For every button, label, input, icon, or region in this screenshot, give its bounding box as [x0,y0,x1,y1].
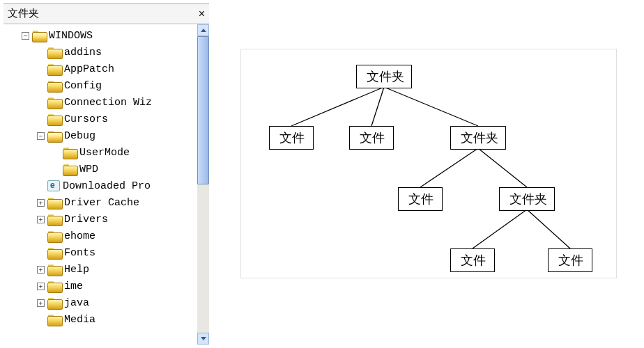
tree-item[interactable]: Downloaded Pro [6,177,197,194]
tree-item-label: WPD [79,164,98,175]
diagram-node: 文件 [398,187,443,211]
tree-item-label: Connection Wiz [64,97,152,109]
tree-item-label: Fonts [64,247,95,259]
scroll-thumb[interactable] [197,36,209,184]
tree-item[interactable]: +Help [6,261,197,278]
tree-item-label: java [64,297,89,309]
tree-item[interactable]: +Driver Cache [6,194,197,211]
tree-item[interactable]: WPD [6,161,197,177]
tree-item[interactable]: Fonts [6,244,197,261]
ie-page-icon [47,180,60,191]
svg-line-5 [473,209,527,248]
expand-icon[interactable]: + [37,299,45,307]
svg-line-6 [527,209,570,248]
expand-icon[interactable]: + [37,283,45,290]
scroll-up-button[interactable] [197,24,209,36]
diagram-node: 文件夹 [356,65,412,88]
folder-icon [47,214,61,225]
tree-item[interactable]: Cursors [6,111,197,127]
tree-body: −WINDOWSaddinsAppPatchConfigConnection W… [3,24,209,345]
tree-diagram: 文件夹文件文件文件夹文件文件夹文件文件 [240,49,617,278]
tree-item[interactable]: +java [6,294,197,311]
tree-item[interactable]: Config [6,77,197,94]
folder-tree-panel: 文件夹 × −WINDOWSaddinsAppPatchConfigConnec… [3,3,209,345]
scroll-down-button[interactable] [197,333,209,345]
chevron-up-icon [201,29,206,32]
diagram-edges [241,49,618,279]
diagram-node: 文件 [349,126,394,150]
folder-icon [47,81,61,91]
expand-icon[interactable]: + [37,216,45,223]
tree-item-label: Help [64,264,89,276]
folder-open-icon [32,31,46,41]
panel-title: 文件夹 [8,7,39,20]
tree-item-label: Cursors [64,113,108,125]
folder-icon [47,64,61,74]
tree-item[interactable]: +Drivers [6,211,197,228]
tree-item-label: Drivers [64,214,108,226]
scrollbar[interactable] [197,24,209,345]
panel-header: 文件夹 × [3,4,209,24]
chevron-down-icon [201,337,206,340]
tree-item[interactable]: AppPatch [6,61,197,77]
tree-item-label: ime [64,280,83,292]
close-icon[interactable]: × [199,8,205,20]
tree-item-label: Media [64,314,95,326]
tree-item[interactable]: Media [6,311,197,328]
tree-item-label: AppPatch [64,63,114,75]
collapse-icon[interactable]: − [37,132,45,140]
tree-item-label: ehome [64,230,95,242]
collapse-icon[interactable]: − [22,32,29,40]
tree-item[interactable]: −WINDOWS [6,27,197,44]
svg-line-3 [420,148,478,187]
folder-icon [63,148,77,158]
tree-item[interactable]: addins [6,44,197,61]
tree-item[interactable]: ehome [6,228,197,244]
folder-icon [47,198,61,208]
tree-item-label: Config [64,80,102,92]
diagram-node: 文件 [450,248,495,272]
tree-scroll[interactable]: −WINDOWSaddinsAppPatchConfigConnection W… [3,24,197,345]
tree-item-label: UserMode [79,147,130,159]
tree-item[interactable]: −Debug [6,127,197,144]
folder-open-icon [47,131,61,141]
folder-icon [47,231,61,242]
tree-item-label: Downloaded Pro [63,180,151,192]
folder-icon [47,114,61,125]
folder-icon [47,315,61,325]
scroll-track[interactable] [197,36,209,333]
folder-icon [47,264,61,275]
tree-item-label: addins [64,47,102,58]
diagram-node: 文件 [269,126,314,150]
folder-icon [47,248,61,258]
folder-icon [47,281,61,292]
folder-icon [47,47,61,58]
svg-line-2 [384,87,478,126]
svg-line-1 [371,87,384,126]
diagram-node: 文件夹 [499,187,555,211]
folder-icon [47,298,61,308]
tree-item-label: Driver Cache [64,197,139,209]
folder-icon [63,164,77,175]
expand-icon[interactable]: + [37,199,45,207]
tree-item-label: WINDOWS [49,30,93,42]
svg-line-4 [478,148,527,187]
tree-item[interactable]: UserMode [6,144,197,161]
svg-line-0 [291,87,384,126]
tree-item[interactable]: Connection Wiz [6,94,197,111]
expand-icon[interactable]: + [37,266,45,274]
diagram-node: 文件夹 [450,126,506,150]
tree-item-label: Debug [64,130,95,142]
diagram-panel: 文件夹文件文件文件夹文件文件夹文件文件 [213,0,644,348]
tree-item[interactable]: +ime [6,278,197,294]
folder-icon [47,97,61,108]
diagram-node: 文件 [548,248,592,272]
